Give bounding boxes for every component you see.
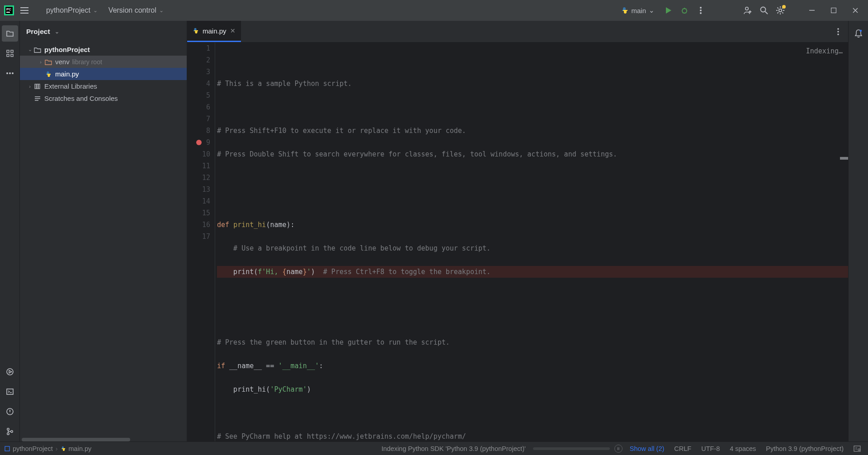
code-with-me-icon[interactable]: [741, 4, 754, 17]
titlebar-right: main ⌄: [618, 4, 864, 17]
svg-point-38: [858, 449, 860, 450]
svg-rect-4: [20, 7, 28, 8]
minimize-button[interactable]: [803, 4, 821, 17]
problems-tool-button[interactable]: [2, 403, 18, 420]
line-separator[interactable]: CRLF: [671, 445, 694, 452]
show-all-link[interactable]: Show all (2): [627, 445, 667, 452]
svg-rect-30: [37, 84, 38, 89]
run-button[interactable]: [662, 4, 675, 17]
project-tree: ⌄ pythonProject › venv library root main…: [20, 43, 187, 438]
svg-point-33: [837, 31, 839, 33]
left-toolstrip: [0, 21, 20, 441]
svg-rect-36: [5, 446, 9, 451]
svg-point-22: [12, 72, 14, 74]
svg-text:PC: PC: [6, 7, 11, 11]
encoding[interactable]: UTF-8: [698, 445, 722, 452]
breadcrumb-file: main.py: [69, 445, 92, 452]
app-icon: PC: [4, 5, 14, 16]
python-file-icon: [193, 28, 199, 34]
status-bar: pythonProject › main.py Indexing Python …: [0, 441, 868, 455]
tree-label: venv: [55, 58, 70, 66]
svg-point-9: [700, 9, 702, 11]
chevron-right-icon: ›: [56, 445, 58, 452]
svg-point-11: [745, 7, 748, 10]
more-tool-button[interactable]: [2, 65, 18, 81]
tree-root[interactable]: ⌄ pythonProject: [20, 43, 187, 56]
project-panel-title: Project: [26, 28, 50, 36]
svg-point-21: [9, 72, 11, 74]
svg-rect-16: [7, 50, 9, 52]
project-dropdown[interactable]: pythonProject ⌄: [42, 5, 101, 16]
svg-point-28: [10, 431, 12, 432]
editor-tab-main-py[interactable]: main.py ✕: [187, 21, 241, 42]
tree-item-main-py[interactable]: main.py: [20, 68, 187, 80]
titlebar: PC pythonProject ⌄ Version control ⌄ mai…: [0, 0, 868, 21]
gutter[interactable]: 12345678 9 1011121314151617: [187, 43, 215, 441]
terminal-tool-button[interactable]: [2, 384, 18, 400]
tree-item-external-libs[interactable]: › External Libraries: [20, 80, 187, 92]
svg-rect-31: [38, 84, 40, 89]
titlebar-left: PC pythonProject ⌄ Version control ⌄: [4, 4, 167, 17]
close-tab-button[interactable]: ✕: [230, 27, 236, 34]
debug-button[interactable]: [678, 4, 691, 17]
pause-indexing-button[interactable]: II: [614, 445, 623, 453]
tree-label: pythonProject: [44, 46, 90, 53]
notifications-button[interactable]: [850, 25, 867, 42]
svg-rect-29: [35, 84, 36, 89]
project-panel-header[interactable]: Project ⌄: [20, 21, 187, 43]
svg-point-32: [837, 28, 839, 30]
svg-rect-5: [20, 10, 28, 11]
reader-mode-icon[interactable]: [851, 446, 863, 452]
search-icon[interactable]: [758, 4, 770, 17]
run-config-label: main: [631, 7, 646, 14]
settings-icon[interactable]: [774, 4, 787, 17]
tree-hint: library root: [72, 58, 102, 66]
svg-point-35: [859, 30, 862, 32]
indexing-progress: [533, 447, 610, 450]
svg-point-26: [7, 428, 9, 430]
project-scrollbar[interactable]: [20, 438, 187, 441]
indent[interactable]: 4 spaces: [727, 445, 759, 452]
tree-item-scratches[interactable]: Scratches and Consoles: [20, 92, 187, 104]
more-actions-button[interactable]: [694, 4, 707, 17]
editor-tabs: main.py ✕: [187, 21, 848, 43]
code-content[interactable]: Indexing… # This is a sample Python scri…: [215, 43, 848, 441]
right-toolstrip: [848, 21, 868, 441]
tab-more-icon[interactable]: [832, 25, 844, 38]
svg-rect-18: [7, 54, 9, 57]
svg-rect-19: [11, 54, 13, 57]
svg-rect-6: [20, 13, 28, 14]
module-icon: [5, 446, 10, 451]
run-config-dropdown[interactable]: main ⌄: [618, 5, 658, 16]
scratches-icon: [33, 95, 42, 103]
vcs-dropdown[interactable]: Version control ⌄: [105, 5, 167, 16]
breadcrumb[interactable]: pythonProject › main.py: [5, 445, 91, 452]
svg-rect-2: [6, 12, 10, 13]
svg-point-8: [700, 7, 702, 9]
hamburger-icon[interactable]: [18, 4, 31, 17]
maximize-button[interactable]: [825, 4, 843, 17]
svg-point-12: [761, 7, 766, 12]
structure-tool-button[interactable]: [2, 45, 18, 62]
chevron-right-icon[interactable]: ›: [37, 59, 44, 65]
editor-tab-actions: [832, 21, 848, 42]
svg-point-27: [7, 433, 9, 435]
services-tool-button[interactable]: [2, 364, 18, 380]
folder-icon: [33, 46, 42, 54]
tree-label: Scratches and Consoles: [44, 95, 118, 102]
chevron-down-icon[interactable]: ⌄: [26, 47, 33, 52]
close-button[interactable]: [846, 4, 864, 17]
interpreter[interactable]: Python 3.9 (pythonProject): [763, 445, 846, 452]
update-badge-icon: [782, 5, 786, 9]
python-file-icon: [61, 446, 66, 451]
svg-point-34: [837, 33, 839, 35]
tree-item-venv[interactable]: › venv library root: [20, 56, 187, 68]
project-tool-button[interactable]: [2, 25, 18, 42]
scrollbar-thumb[interactable]: [22, 438, 130, 441]
chevron-right-icon[interactable]: ›: [26, 84, 33, 89]
error-stripe-marker[interactable]: [840, 157, 848, 160]
breakpoint-icon[interactable]: [196, 140, 202, 145]
code-editor[interactable]: 12345678 9 1011121314151617 Indexing… # …: [187, 43, 848, 441]
chevron-down-icon: ⌄: [159, 7, 164, 14]
vcs-tool-button[interactable]: [2, 423, 18, 440]
